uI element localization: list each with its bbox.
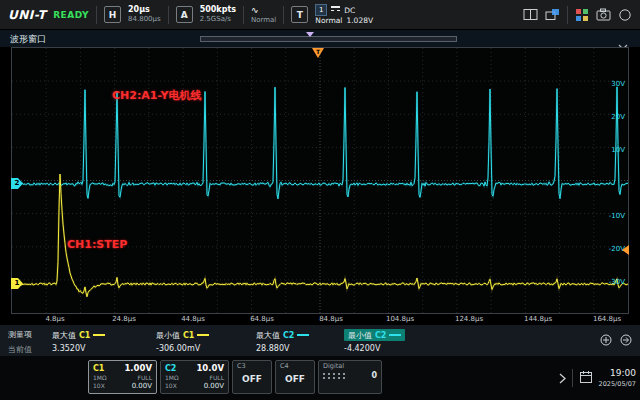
divider	[243, 6, 244, 24]
channel-impedance: 1MΩ	[165, 374, 179, 382]
horizontal-menu-button[interactable]: H	[104, 6, 121, 23]
brand-logo: UNI-T	[8, 8, 46, 22]
channel-state: OFF	[280, 374, 310, 384]
measure-channel: C2	[375, 331, 386, 340]
apps-grid-icon[interactable]	[575, 8, 589, 22]
time-label: 44.8μs	[181, 315, 205, 323]
channel-color-line	[93, 334, 105, 336]
add-measurement-icon[interactable]	[600, 331, 612, 350]
overlay-window-icon[interactable]	[545, 8, 560, 21]
channel-bandwidth: FULL	[209, 374, 224, 382]
split-screen-icon[interactable]	[523, 8, 538, 21]
scale-label: -10V	[609, 212, 625, 220]
tab-waveform-window[interactable]: 波形窗口	[10, 33, 46, 46]
oscilloscope-screen: UNI-T READY H 20μs 84.800μs A 500kpts 2.…	[0, 0, 640, 400]
current-value-label: 当前值	[8, 344, 52, 355]
time-value: 19:00	[599, 368, 636, 380]
time-label: 84.8μs	[319, 315, 343, 323]
measure-channel: C2	[283, 331, 294, 340]
channel-color-line	[197, 334, 209, 336]
measure-name: 最大值	[52, 330, 76, 341]
measurement-min-c1[interactable]: 最小值C1 -306.00mV	[156, 325, 256, 356]
selected-measurement-highlight: 最小值C2	[344, 329, 405, 341]
measure-name: 最小值	[156, 330, 180, 341]
channel-c1-box[interactable]: C11.00V 1MΩFULL 10X0.00V	[88, 360, 157, 394]
measure-items-label: 测量项	[8, 329, 52, 340]
time-label: 4.8μs	[45, 315, 64, 323]
waveform-tab-bar: 波形窗口	[0, 30, 640, 47]
measure-value: -4.4200V	[344, 344, 470, 353]
acquire-readout[interactable]: 500kpts 2.5GSa/s	[200, 5, 236, 24]
channel-c2-box[interactable]: C210.0V 1MΩFULL 10X0.00V	[160, 360, 229, 394]
divider	[168, 6, 169, 24]
channel-name: C3	[237, 363, 267, 371]
channel-offset: 0.00V	[132, 382, 152, 391]
channel-color-line	[389, 334, 401, 336]
measure-value: 3.3520V	[52, 344, 156, 353]
trigger-readout[interactable]: 1 DC Normal 1.028V	[315, 4, 373, 25]
measure-name: 最大值	[256, 330, 280, 341]
channel-name: C1	[93, 364, 104, 374]
digital-channels-box[interactable]: Digital 0	[318, 360, 382, 394]
divider	[283, 6, 284, 24]
measurement-row-labels: 测量项 当前值	[0, 325, 52, 356]
scale-label: 10V	[611, 146, 625, 154]
scale-label: 20V	[611, 113, 625, 121]
measurement-min-c2[interactable]: 最小值C2 -4.4200V	[344, 325, 470, 356]
calendar-icon[interactable]	[579, 369, 593, 388]
measure-value: -306.00mV	[156, 344, 256, 353]
time-axis: 4.8μs 24.8μs 44.8μs 64.8μs 84.8μs 104.8μ…	[0, 315, 640, 324]
channel-name: C4	[280, 363, 310, 371]
channel-c4-box[interactable]: C4 OFF	[275, 360, 315, 394]
chevron-right-icon[interactable]	[559, 369, 566, 388]
digital-count: 0	[371, 371, 377, 380]
divider	[567, 6, 568, 24]
record-icon[interactable]	[618, 8, 632, 22]
sine-wave-icon: ∿	[251, 5, 276, 16]
waveform-plot	[12, 48, 628, 313]
scale-label: 30V	[611, 80, 625, 88]
time-label: 24.8μs	[112, 315, 136, 323]
scale-label: -30V	[609, 278, 625, 286]
digital-pins-icon	[323, 373, 348, 381]
horizontal-position-indicator[interactable]	[200, 36, 457, 42]
acquisition-status: READY	[53, 10, 89, 20]
ch1-annotation: CH1:STEP	[67, 238, 127, 251]
waveform-display[interactable]: CH2:A1-Y电机线 CH1:STEP 30V 20V 10V -10V -2…	[11, 47, 629, 314]
acquisition-mode-value: Normal	[251, 16, 276, 25]
channel-state: OFF	[237, 374, 267, 384]
channel-scale: 10.0V	[196, 363, 224, 374]
measurement-max-c1[interactable]: 最大值C1 3.3520V	[52, 325, 156, 356]
measure-name: 最小值	[348, 330, 372, 341]
channel-offset: 0.00V	[204, 382, 224, 391]
trigger-source-badge: 1	[315, 4, 327, 16]
channel-probe: 10X	[165, 382, 177, 390]
time-label: 144.8μs	[524, 315, 552, 323]
memory-depth-value: 500kpts	[200, 5, 236, 15]
divider	[572, 369, 573, 387]
timebase-value: 20μs	[128, 5, 161, 15]
time-label: 124.8μs	[455, 315, 483, 323]
channel-impedance: 1MΩ	[93, 374, 107, 382]
horizontal-readout[interactable]: 20μs 84.800μs	[128, 5, 161, 24]
measure-channel: C1	[79, 331, 90, 340]
channel-bandwidth: FULL	[137, 374, 152, 382]
time-label: 64.8μs	[250, 315, 274, 323]
dc-coupling-icon	[331, 6, 340, 14]
trigger-position-marker-icon[interactable]	[306, 32, 314, 41]
acquisition-mode-readout[interactable]: ∿ Normal	[251, 5, 276, 25]
trigger-menu-button[interactable]: T	[291, 6, 308, 23]
clock-readout[interactable]: 19:00 2025/05/07	[599, 368, 636, 388]
time-label: 164.8μs	[593, 315, 621, 323]
expand-measurements-icon[interactable]	[620, 331, 632, 350]
channel-probe: 10X	[93, 382, 105, 390]
acquire-menu-button[interactable]: A	[176, 6, 193, 23]
camera-icon[interactable]	[596, 8, 611, 21]
channel-bar: C11.00V 1MΩFULL 10X0.00V C210.0V 1MΩFULL…	[0, 356, 640, 400]
date-value: 2025/05/07	[599, 380, 636, 388]
measurement-max-c2[interactable]: 最大值C2 28.880V	[256, 325, 344, 356]
divider	[96, 6, 97, 24]
trigger-level-value: 1.028V	[346, 16, 373, 25]
channel-name: C2	[165, 364, 176, 374]
channel-c3-box[interactable]: C3 OFF	[232, 360, 272, 394]
